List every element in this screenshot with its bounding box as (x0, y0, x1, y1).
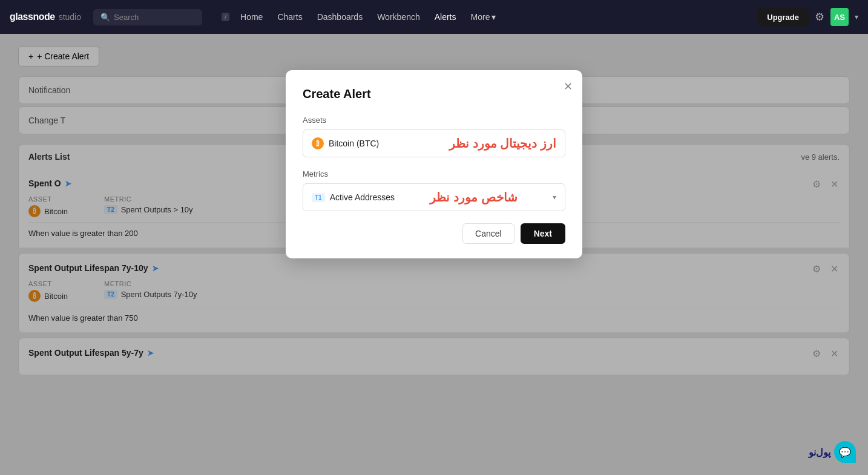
page-content: + + Create Alert Notification Change T A… (0, 34, 868, 475)
modal-actions: Cancel Next (303, 223, 565, 244)
asset-persian-annotation: ارز دیجیتال مورد نظر (449, 136, 556, 151)
logo-glassnode: glassnode (10, 11, 55, 22)
navbar: glassnode studio 🔍 Search / Home Charts … (0, 0, 868, 34)
next-button[interactable]: Next (521, 223, 565, 244)
logo: glassnode studio (10, 11, 81, 22)
search-icon: 🔍 (100, 13, 110, 22)
nav-more[interactable]: More ▾ (465, 8, 502, 25)
metric-persian-annotation: شاخص مورد نظر (430, 190, 517, 205)
avatar[interactable]: AS (830, 8, 849, 26)
upgrade-button[interactable]: Upgrade (757, 8, 809, 27)
modal-close-button[interactable]: ✕ (564, 80, 573, 93)
assets-select[interactable]: ₿ Bitcoin (BTC) ارز دیجیتال مورد نظر (303, 129, 565, 157)
metric-select-value: Active Addresses (330, 192, 395, 202)
asset-select-value: Bitcoin (BTC) (329, 139, 379, 148)
watermark: پول‌نو 💬 (809, 441, 856, 463)
nav-links: Home Charts Dashboards Workbench Alerts … (234, 8, 752, 25)
btc-icon-modal: ₿ (312, 137, 324, 149)
nav-charts[interactable]: Charts (271, 8, 308, 25)
chevron-down-icon: ▾ (492, 12, 496, 22)
nav-home[interactable]: Home (234, 8, 269, 25)
nav-right: Upgrade ⚙ AS ▾ (757, 8, 858, 27)
search-placeholder: Search (114, 13, 139, 22)
logo-studio: studio (59, 12, 81, 22)
nav-alerts[interactable]: Alerts (429, 8, 462, 25)
metrics-field-label: Metrics (303, 169, 565, 179)
dropdown-chevron-icon: ▾ (553, 193, 556, 201)
nav-dashboards[interactable]: Dashboards (311, 8, 369, 25)
create-alert-modal: ✕ Create Alert Assets ₿ Bitcoin (BTC) ار… (286, 70, 582, 258)
watermark-icon: 💬 (834, 441, 856, 463)
settings-icon[interactable]: ⚙ (815, 10, 824, 24)
slash-divider: / (222, 13, 229, 21)
cancel-button[interactable]: Cancel (462, 223, 515, 244)
metric-tier-modal: T1 (312, 193, 325, 202)
metrics-select[interactable]: T1 Active Addresses شاخص مورد نظر ▾ (303, 183, 565, 211)
nav-more-label: More (471, 12, 490, 22)
modal-overlay: ✕ Create Alert Assets ₿ Bitcoin (BTC) ار… (0, 34, 868, 475)
search-box[interactable]: 🔍 Search (93, 9, 202, 25)
nav-workbench[interactable]: Workbench (371, 8, 426, 25)
modal-title: Create Alert (303, 87, 565, 101)
avatar-chevron-icon[interactable]: ▾ (855, 13, 858, 21)
watermark-text: پول‌نو (809, 447, 830, 458)
assets-field-label: Assets (303, 116, 565, 125)
